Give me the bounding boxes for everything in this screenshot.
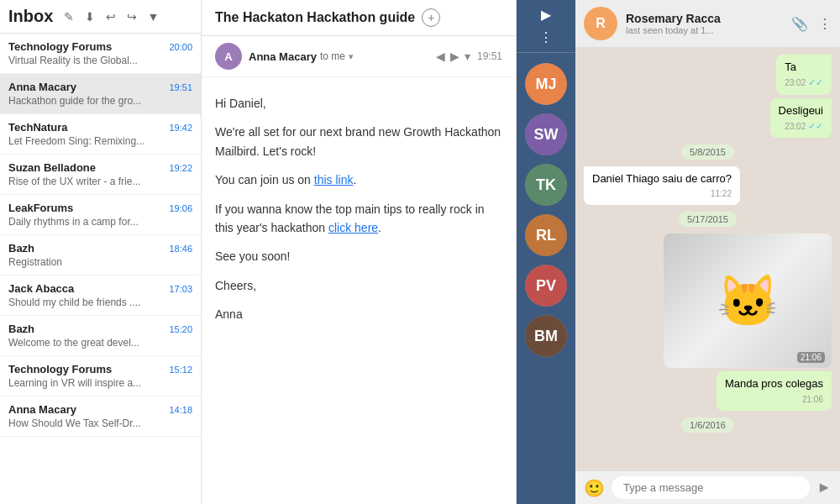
- compose-icon[interactable]: ✎: [60, 8, 78, 26]
- email-sender: Bazh: [8, 242, 34, 255]
- chat-contact-name: Rosemary Racca: [626, 12, 783, 25]
- chat-send-button[interactable]: ►: [816, 479, 832, 496]
- email-sender: Anna Macary: [8, 81, 76, 93]
- msg-time: 23:02 ✓✓: [779, 120, 823, 133]
- sent-message: Manda pros colegas21:06: [717, 371, 832, 410]
- meta-expand-icon[interactable]: ▾: [349, 51, 354, 62]
- forward-icon[interactable]: ↪: [123, 8, 141, 26]
- contact-avatar: RL: [525, 214, 567, 256]
- chat-message-input[interactable]: [612, 476, 810, 499]
- email-line3: If you wanna know the top main tips to r…: [215, 200, 502, 238]
- email-item[interactable]: TechNatura 19:42 Let Freedom Sing: Remix…: [0, 114, 201, 155]
- email-item[interactable]: Anna Macary 19:51 Hackathon guide for th…: [0, 74, 201, 114]
- email-time: 20:00: [169, 42, 192, 52]
- sent-message: Ta23:02 ✓✓: [776, 55, 832, 95]
- prev-email-icon[interactable]: ◀: [436, 50, 445, 63]
- msg-text: Manda pros colegas: [725, 377, 823, 390]
- msg-time: 21:06: [725, 394, 823, 406]
- email-preview: Should my child be friends ....: [8, 297, 192, 308]
- inbox-title: Inbox: [8, 7, 53, 26]
- email-line1: We're all set for our next brand new Gro…: [215, 123, 502, 160]
- chat-header: R Rosemary Racca last seen today at 1...…: [575, 0, 840, 48]
- email-subject-bar: The Hackaton Hackathon guide +: [202, 0, 516, 36]
- email-item[interactable]: Suzan Belladone 19:22 Rise of the UX wri…: [0, 155, 201, 195]
- add-tab-button[interactable]: +: [422, 8, 440, 27]
- chat-contact-item[interactable]: PV: [525, 265, 567, 307]
- this-link[interactable]: this link: [314, 173, 354, 186]
- email-sender: Technology Forums: [8, 363, 112, 375]
- contact-avatar: PV: [525, 265, 567, 307]
- email-more-icon[interactable]: ▾: [465, 50, 470, 63]
- email-preview: Let Freedom Sing: Remixing...: [8, 135, 192, 147]
- dropdown-icon[interactable]: ▼: [144, 8, 162, 26]
- email-preview: Hackathon guide for the gro...: [8, 95, 192, 107]
- msg-time: 11:22: [592, 188, 732, 200]
- email-item[interactable]: Bazh 15:20 Welcome to the great devel...: [0, 316, 201, 356]
- date-separator: 5/8/2015: [681, 144, 734, 160]
- email-item[interactable]: Anna Macary 14:18 How Should We Tax Self…: [0, 396, 201, 437]
- contact-avatar: BM: [525, 315, 567, 357]
- chat-contact-item[interactable]: BM: [525, 315, 567, 357]
- chat-panel: ▶ ⋮ MJSWTKRLPVBM R Rosemary Racca last s…: [517, 0, 840, 504]
- email-content-panel: The Hackaton Hackathon guide + A Anna Ma…: [202, 0, 517, 504]
- sender-avatar: A: [215, 43, 242, 70]
- email-time: 17:03: [169, 284, 192, 294]
- email-preview: Daily rhythms in a camp for...: [8, 216, 192, 228]
- email-line4: See you soon!: [215, 247, 502, 265]
- email-list-panel: Inbox ✎ ⬇ ↩ ↪ ▼ Technology Forums 20:00 …: [0, 0, 202, 504]
- email-line2-pre: You can join us on: [215, 173, 314, 186]
- email-time: 18:46: [169, 244, 192, 254]
- emoji-button[interactable]: 🙂: [584, 478, 605, 498]
- email-preview: Registration: [8, 256, 192, 268]
- chat-contact-item[interactable]: RL: [525, 214, 567, 256]
- chat-contact-item[interactable]: SW: [525, 113, 567, 155]
- chat-contact-item[interactable]: TK: [525, 164, 567, 206]
- email-item[interactable]: Jack Abacca 17:03 Should my child be fri…: [0, 276, 201, 316]
- chat-messages-list: Ta23:02 ✓✓Desligeui23:02 ✓✓5/8/2015Danie…: [575, 48, 840, 470]
- email-item[interactable]: Technology Forums 15:12 Learning in VR w…: [0, 356, 201, 396]
- email-time: 19:22: [169, 163, 192, 173]
- reply-icon[interactable]: ↩: [102, 8, 120, 26]
- email-preview: Welcome to the great devel...: [8, 337, 192, 349]
- chat-contact-status: last seen today at 1...: [626, 25, 783, 35]
- email-item[interactable]: LeakForums 19:06 Daily rhythms in a camp…: [0, 195, 201, 235]
- chat-contact-item[interactable]: MJ: [525, 63, 567, 105]
- msg-text: Desligeui: [779, 104, 823, 117]
- message-image: 🐱 21:06: [664, 234, 832, 368]
- chat-more-icon[interactable]: ⋮: [539, 29, 553, 45]
- chat-attachment-icon[interactable]: 📎: [791, 16, 808, 32]
- sent-message: Desligeui23:02 ✓✓: [770, 98, 832, 139]
- date-separator: 5/17/2015: [679, 212, 737, 227]
- email-subject: The Hackaton Hackathon guide: [215, 10, 415, 25]
- inbox-toolbar: ✎ ⬇ ↩ ↪ ▼: [60, 8, 162, 26]
- next-email-icon[interactable]: ▶: [450, 50, 459, 63]
- chat-main: R Rosemary Racca last seen today at 1...…: [575, 0, 840, 504]
- email-time: 19:42: [169, 123, 192, 133]
- contact-avatar: TK: [525, 164, 567, 206]
- chat-input-bar: 🙂 ►: [575, 470, 840, 504]
- email-sender: Bazh: [8, 323, 34, 335]
- email-item[interactable]: Technology Forums 20:00 Virtual Reality …: [0, 34, 201, 74]
- email-body: Hi Daniel, We're all set for our next br…: [202, 77, 516, 504]
- chat-messages-icon[interactable]: ▶: [541, 7, 551, 23]
- email-time: 19:06: [169, 203, 192, 213]
- download-icon[interactable]: ⬇: [81, 8, 99, 26]
- email-nav-icons: ◀ ▶ ▾: [436, 50, 470, 63]
- email-preview: Rise of the UX writer - a frie...: [8, 176, 192, 187]
- email-sender: Suzan Belladone: [8, 161, 96, 174]
- email-line6: Anna: [215, 305, 502, 323]
- received-message: Daniel Thiago saiu de carro?11:22: [584, 166, 740, 205]
- msg-text: Daniel Thiago saiu de carro?: [592, 172, 732, 185]
- email-line3-post: .: [378, 221, 381, 234]
- contact-avatar: MJ: [525, 63, 567, 105]
- email-line2: You can join us on this link.: [215, 171, 502, 189]
- date-separator: 1/6/2016: [681, 417, 734, 433]
- email-line5: Cheers,: [215, 276, 502, 295]
- email-item[interactable]: Bazh 18:46 Registration: [0, 235, 201, 276]
- email-time: 15:20: [169, 324, 192, 334]
- email-preview: Learning in VR will inspire a...: [8, 377, 192, 389]
- chat-options-icon[interactable]: ⋮: [818, 16, 832, 32]
- contact-avatar: SW: [525, 113, 567, 155]
- email-sender: LeakForums: [8, 202, 73, 214]
- click-here-link[interactable]: click here: [328, 221, 378, 234]
